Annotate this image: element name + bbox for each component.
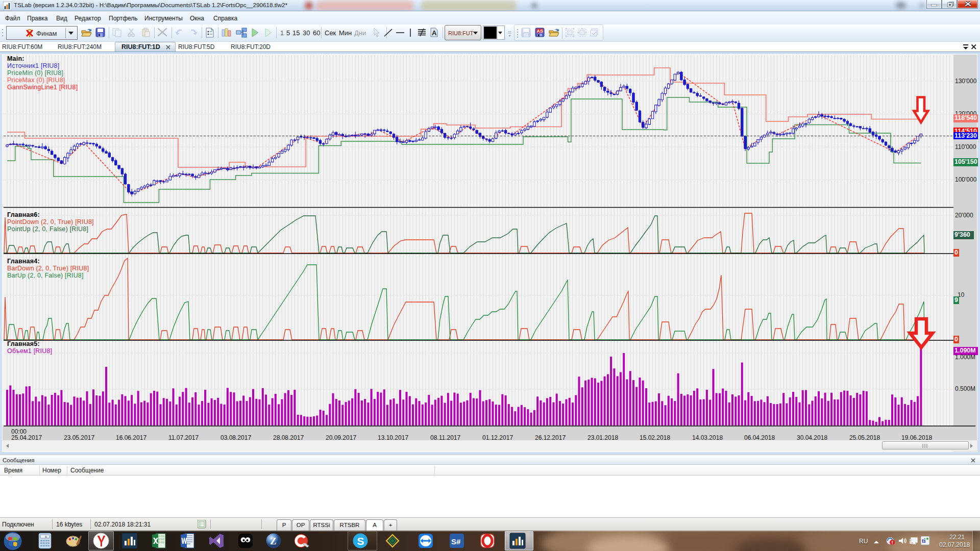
svg-text:8: 8 [45, 535, 47, 539]
svg-text:Z: Z [270, 536, 277, 546]
svg-text:ti: ti [922, 537, 926, 544]
svg-text:S: S [357, 535, 364, 547]
svg-text:S#: S# [451, 537, 461, 546]
svg-text:A: A [432, 29, 437, 37]
svg-text:AS: AS [537, 29, 544, 34]
